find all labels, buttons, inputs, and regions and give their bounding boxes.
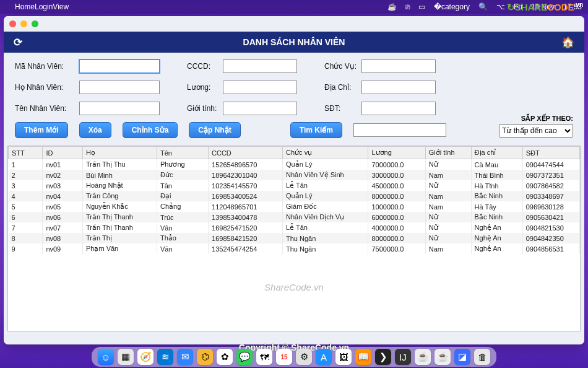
- table-cell: Quản Lý: [283, 191, 368, 201]
- sort-select[interactable]: Từ thấp đến cao: [499, 124, 573, 138]
- java2-icon[interactable]: ☕: [435, 349, 451, 365]
- menubar-date[interactable]: 15 Nov: [531, 2, 555, 11]
- table-header[interactable]: CCCD: [209, 147, 283, 159]
- table-cell: Đại: [157, 191, 208, 201]
- input-sdt[interactable]: [361, 102, 436, 115]
- mission-icon[interactable]: ◪: [454, 349, 470, 365]
- table-row[interactable]: 1nv01Trần Thị ThuPhương152654896570Quản …: [9, 159, 580, 170]
- table-header[interactable]: Tên: [157, 147, 208, 159]
- page-title: DANH SÁCH NHÂN VIÊN: [243, 37, 345, 47]
- table-cell: 3000000.0: [368, 170, 425, 180]
- table-row[interactable]: 7nv07Trần Thị ThanhVân169825471520Lễ Tân…: [9, 222, 580, 233]
- coffee-icon[interactable]: ☕: [387, 2, 397, 11]
- table-cell: Nghệ An: [471, 233, 522, 243]
- search-input[interactable]: [353, 123, 446, 137]
- input-dia-chi[interactable]: [361, 81, 436, 94]
- table-cell: Nhân Viên Vệ Sinh: [283, 170, 368, 180]
- label-gioi-tinh: Giới tính:: [187, 104, 223, 113]
- search-button[interactable]: Tìm Kiếm: [290, 122, 342, 138]
- finder-icon[interactable]: ☺: [98, 349, 114, 365]
- vscode-icon[interactable]: ≋: [157, 349, 173, 365]
- wifi-icon[interactable]: �category: [434, 2, 470, 11]
- control-center-icon[interactable]: ⌥: [496, 2, 505, 11]
- employee-table[interactable]: STTIDHọTênCCCDChức vụLươngGiới tínhĐịa c…: [7, 146, 581, 331]
- table-cell: nv02: [43, 170, 83, 180]
- table-cell: Thái Bình: [471, 170, 522, 180]
- books-icon[interactable]: 📖: [355, 349, 371, 365]
- messages-icon[interactable]: 💬: [236, 349, 253, 365]
- table-row[interactable]: 5nv05Nguyễn KhắcChảng112048965701Giám Đố…: [9, 201, 580, 212]
- table-header[interactable]: Lương: [368, 147, 425, 159]
- terminal-icon[interactable]: ❯: [375, 349, 391, 365]
- table-cell: 102354145570: [209, 180, 283, 191]
- table-row[interactable]: 6nv06Trần Thị ThanhTrúc139853400478Nhân …: [9, 212, 580, 222]
- table-cell: Quản Lý: [283, 159, 368, 170]
- table-cell: nv08: [43, 233, 83, 243]
- terminal-app-icon[interactable]: ⌬: [197, 349, 213, 365]
- table-header[interactable]: Địa chỉ: [471, 147, 522, 159]
- table-row[interactable]: 8nv08Trần ThịThảo169858421520Thu Ngân800…: [9, 233, 580, 243]
- appstore-icon[interactable]: A: [316, 349, 332, 365]
- input-luong[interactable]: [223, 81, 297, 94]
- table-header[interactable]: Họ: [82, 147, 157, 159]
- maximize-icon[interactable]: [32, 20, 38, 27]
- app-name[interactable]: HomeLoginView: [15, 2, 69, 11]
- titlebar: ⟳ DANH SÁCH NHÂN VIÊN 🏠: [4, 32, 584, 53]
- table-cell: Trần Thị Thanh: [82, 212, 157, 222]
- preview-icon[interactable]: 🖼: [335, 349, 352, 365]
- input-ma-nv[interactable]: [79, 59, 160, 73]
- form-area: Mã Nhân Viên: CCCD: Chức Vụ: Họ Nhân Viê…: [4, 53, 584, 142]
- battery-icon[interactable]: ▭: [418, 2, 425, 11]
- settings-icon[interactable]: ⚙: [296, 349, 312, 365]
- close-icon[interactable]: [9, 20, 16, 27]
- edit-button[interactable]: Chỉnh Sửa: [123, 122, 178, 138]
- photos-icon[interactable]: ✿: [217, 349, 233, 365]
- intellij-icon[interactable]: IJ: [395, 349, 411, 365]
- label-ma-nv: Mã Nhân Viên:: [15, 62, 79, 71]
- search-icon[interactable]: 🔍: [478, 2, 488, 11]
- input-ten-nv[interactable]: [79, 102, 160, 115]
- table-cell: 0905630421: [522, 212, 579, 222]
- add-button[interactable]: Thêm Mới: [15, 122, 68, 138]
- table-header[interactable]: SĐT: [522, 147, 579, 159]
- trash-icon[interactable]: 🗑: [474, 349, 490, 365]
- table-row[interactable]: 3nv03Hoàng NhậtTân102354145570Lễ Tân4500…: [9, 180, 580, 191]
- java1-icon[interactable]: ☕: [415, 349, 431, 365]
- minimize-icon[interactable]: [20, 20, 27, 27]
- table-cell: Trần Thị Thanh: [82, 222, 157, 233]
- cast-icon[interactable]: ⎚: [405, 2, 410, 11]
- input-cccd[interactable]: [223, 59, 297, 73]
- menubar-time[interactable]: 17:53: [563, 2, 582, 11]
- safari-icon[interactable]: 🧭: [137, 349, 153, 365]
- table-header[interactable]: ID: [43, 147, 83, 159]
- calendar-icon[interactable]: 15: [276, 349, 292, 365]
- table-cell: 0907864582: [522, 180, 579, 191]
- table-cell: Bắc Ninh: [471, 212, 522, 222]
- update-button[interactable]: Cập Nhật: [189, 122, 240, 138]
- table-cell: Thảo: [157, 233, 208, 243]
- home-icon[interactable]: 🏠: [561, 36, 574, 49]
- launchpad-icon[interactable]: ▦: [118, 349, 134, 365]
- table-row[interactable]: 2nv02Bùi MinhĐức189642301040Nhân Viên Vệ…: [9, 170, 580, 180]
- maps-icon[interactable]: 🗺: [256, 349, 272, 365]
- refresh-icon[interactable]: ⟳: [14, 36, 22, 49]
- table-row[interactable]: 4nv04Trần CôngĐại169853400524Quản Lý8000…: [9, 191, 580, 201]
- table-cell: Chảng: [157, 201, 208, 212]
- table-header[interactable]: STT: [9, 147, 43, 159]
- input-ho-nv[interactable]: [79, 81, 160, 94]
- table-cell: Giám Đốc: [283, 201, 368, 212]
- table-cell: nv06: [43, 212, 83, 222]
- input-chuc-vu[interactable]: [361, 59, 436, 73]
- label-sdt: SĐT:: [324, 104, 361, 113]
- table-header[interactable]: Chức vụ: [283, 147, 368, 159]
- table-row[interactable]: 9nv09Phạm VănVăn135245474254Thu Ngân7500…: [9, 243, 580, 254]
- menubar-day[interactable]: Fri: [514, 2, 522, 11]
- table-cell: Nam: [425, 170, 471, 180]
- label-chuc-vu: Chức Vụ:: [324, 62, 361, 71]
- table-cell: 169858421520: [209, 233, 283, 243]
- table-header[interactable]: Giới tính: [425, 147, 471, 159]
- delete-button[interactable]: Xóa: [79, 122, 111, 138]
- app-window: ⟳ DANH SÁCH NHÂN VIÊN 🏠 Mã Nhân Viên: CC…: [4, 16, 584, 344]
- mail-icon[interactable]: ✉: [177, 349, 193, 365]
- input-gioi-tinh[interactable]: [223, 102, 297, 115]
